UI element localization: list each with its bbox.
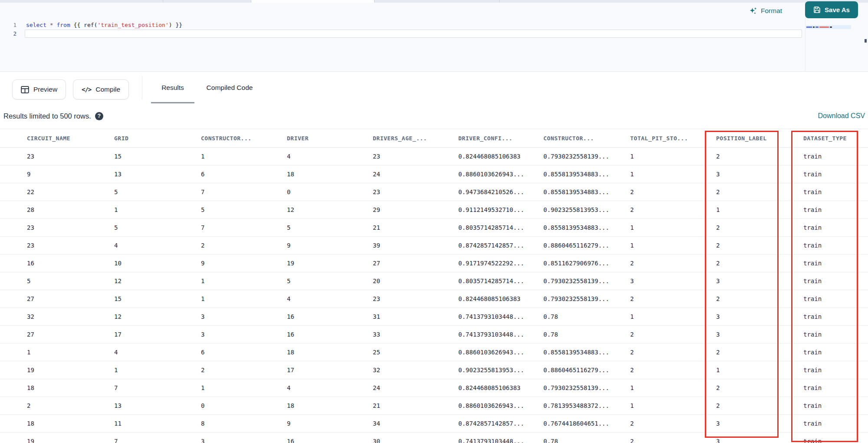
compile-button[interactable]: </> Compile bbox=[73, 79, 129, 99]
table-row: 197316300.7413793103448...0.7823train bbox=[0, 433, 868, 443]
table-cell: 11 bbox=[114, 415, 201, 433]
help-icon[interactable]: ? bbox=[95, 112, 103, 120]
table-cell: train bbox=[803, 397, 868, 415]
table-cell: 0.9023255813953... bbox=[543, 201, 630, 219]
code-token: {{ bbox=[70, 22, 84, 28]
line-number-1: 1 bbox=[6, 22, 16, 28]
table-row: 14618250.8860103626943...0.8558139534883… bbox=[0, 344, 868, 361]
scrollbar-marker[interactable] bbox=[865, 39, 867, 43]
table-cell: 12 bbox=[287, 201, 373, 219]
table-cell: 1 bbox=[630, 219, 716, 237]
code-token: 'train_test_position' bbox=[97, 22, 168, 28]
table-cell: train bbox=[803, 255, 868, 272]
table-cell: 2 bbox=[630, 201, 716, 219]
table-cell: 21 bbox=[373, 219, 458, 237]
table-cell: 2 bbox=[716, 379, 803, 397]
table-cell: 2 bbox=[630, 433, 716, 443]
table-cell: 0.8558139534883... bbox=[543, 219, 630, 237]
column-header: DRIVER bbox=[287, 129, 373, 148]
column-header: CIRCUIT_NAME bbox=[0, 129, 114, 148]
save-as-label: Save As bbox=[825, 6, 850, 13]
table-cell: 0.8035714285714... bbox=[458, 272, 543, 290]
format-button[interactable]: Format bbox=[749, 6, 782, 16]
table-cell: 7 bbox=[201, 183, 287, 201]
table-cell: 4 bbox=[287, 290, 373, 308]
table-cell: 4 bbox=[114, 237, 201, 255]
table-cell: 2 bbox=[201, 361, 287, 379]
table-cell: 4 bbox=[287, 379, 373, 397]
compile-label: Compile bbox=[95, 86, 120, 93]
table-cell: train bbox=[803, 379, 868, 397]
tab-compiled-code[interactable]: Compiled Code bbox=[196, 72, 263, 103]
table-row: 281512290.9112149532710...0.902325581395… bbox=[0, 201, 868, 219]
table-cell: train bbox=[803, 237, 868, 255]
table-cell: 10 bbox=[114, 255, 201, 272]
preview-button[interactable]: Preview bbox=[12, 79, 66, 99]
table-cell: 0.7813953488372... bbox=[543, 397, 630, 415]
table-cell: 27 bbox=[373, 255, 458, 272]
results-toolbar: Preview </> Compile Results Compiled Cod… bbox=[0, 71, 868, 103]
table-cell: 0.8742857142857... bbox=[458, 415, 543, 433]
code-minimap[interactable] bbox=[806, 25, 851, 29]
table-cell: 0.824468085106383 bbox=[458, 379, 543, 397]
table-cell: 0.9473684210526... bbox=[458, 183, 543, 201]
table-cell: 2 bbox=[630, 415, 716, 433]
table-cell: 9 bbox=[287, 237, 373, 255]
table-cell: 7 bbox=[201, 219, 287, 237]
table-cell: 2 bbox=[0, 397, 114, 415]
download-csv-link[interactable]: Download CSV bbox=[818, 103, 865, 129]
table-cell: train bbox=[803, 148, 868, 165]
table-cell: 24 bbox=[373, 165, 458, 183]
table-cell: 15 bbox=[114, 148, 201, 165]
preview-label: Preview bbox=[33, 86, 57, 93]
active-line-highlight[interactable] bbox=[25, 30, 802, 38]
table-cell: 24 bbox=[373, 379, 458, 397]
table-cell: 1 bbox=[716, 361, 803, 379]
table-cell: 17 bbox=[287, 361, 373, 379]
table-cell: 32 bbox=[373, 361, 458, 379]
code-icon: </> bbox=[82, 86, 91, 93]
toolbar-divider bbox=[142, 76, 142, 99]
table-cell: 2 bbox=[630, 344, 716, 361]
table-cell: 18 bbox=[287, 397, 373, 415]
table-cell: 31 bbox=[373, 308, 458, 326]
table-cell: 0.8860103626943... bbox=[458, 397, 543, 415]
row-limit-text: Results limited to 500 rows. bbox=[3, 112, 91, 120]
table-cell: 17 bbox=[114, 326, 201, 344]
table-cell: 1 bbox=[630, 308, 716, 326]
table-cell: 2 bbox=[630, 326, 716, 344]
table-cell: 18 bbox=[287, 344, 373, 361]
table-cell: 2 bbox=[630, 255, 716, 272]
table-cell: 0.9023255813953... bbox=[458, 361, 543, 379]
table-cell: 1 bbox=[0, 344, 114, 361]
code-line[interactable]: select * from {{ ref('train_test_positio… bbox=[26, 22, 182, 28]
code-token bbox=[46, 22, 50, 28]
sql-editor[interactable]: 1 2 select * from {{ ref('train_test_pos… bbox=[0, 3, 868, 71]
table-cell: 1 bbox=[630, 397, 716, 415]
table-cell: 13 bbox=[114, 165, 201, 183]
table-cell: 1 bbox=[630, 148, 716, 165]
code-token: select bbox=[26, 22, 46, 28]
table-cell: 0.8558139534883... bbox=[543, 344, 630, 361]
table-cell: 1 bbox=[201, 379, 287, 397]
code-token: * bbox=[50, 22, 53, 28]
table-cell: 1 bbox=[114, 201, 201, 219]
table-cell: 23 bbox=[0, 219, 114, 237]
table-cell: 0.824468085106383 bbox=[458, 148, 543, 165]
table-cell: train bbox=[803, 326, 868, 344]
table-cell: 3 bbox=[201, 433, 287, 443]
table-cell: 18 bbox=[0, 415, 114, 433]
table-cell: 2 bbox=[716, 183, 803, 201]
code-token: ) }} bbox=[169, 22, 182, 28]
table-cell: 0.7413793103448... bbox=[458, 326, 543, 344]
table-cell: 16 bbox=[287, 433, 373, 443]
table-cell: 3 bbox=[201, 326, 287, 344]
code-token: ref bbox=[84, 22, 94, 28]
table-cell: 16 bbox=[287, 308, 373, 326]
table-cell: 13 bbox=[114, 397, 201, 415]
table-cell: 30 bbox=[373, 433, 458, 443]
table-cell: 39 bbox=[373, 237, 458, 255]
table-cell: 23 bbox=[373, 183, 458, 201]
save-as-button[interactable]: Save As bbox=[805, 1, 858, 18]
tab-results[interactable]: Results bbox=[153, 72, 193, 103]
